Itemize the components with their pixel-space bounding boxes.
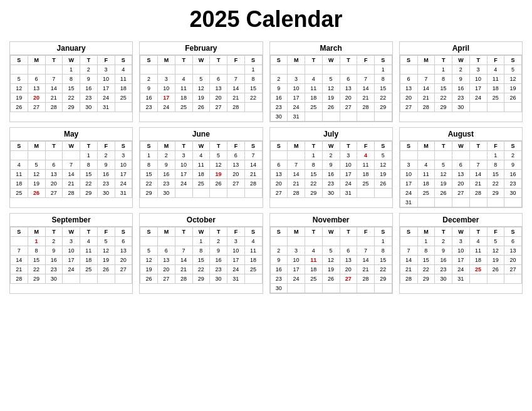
- day-header: W: [452, 56, 470, 65]
- day-cell: 23: [140, 103, 158, 112]
- day-cell: 27: [400, 103, 417, 112]
- day-cell: 29: [375, 274, 392, 284]
- day-cell: 28: [417, 103, 435, 112]
- day-cell: [11, 65, 28, 75]
- day-cell: [28, 151, 45, 160]
- day-cell: [417, 65, 435, 75]
- day-cell: 21: [469, 179, 487, 189]
- day-cell: 7: [400, 246, 417, 256]
- day-cell: [435, 151, 452, 160]
- day-cell: [244, 189, 262, 198]
- day-cell: 25: [305, 103, 323, 112]
- day-cell: [452, 198, 470, 207]
- day-cell: [115, 274, 132, 284]
- day-cell: [11, 237, 28, 246]
- day-cell: [417, 151, 435, 160]
- day-cell: 12: [140, 256, 158, 265]
- day-header: W: [452, 142, 470, 151]
- day-cell: 24: [175, 179, 192, 189]
- day-cell: 22: [140, 179, 158, 189]
- day-header: W: [63, 142, 80, 151]
- day-cell: 4: [357, 151, 375, 160]
- day-cell: 6: [452, 160, 470, 170]
- day-cell: [452, 151, 470, 160]
- day-cell: [340, 112, 357, 122]
- day-cell: [322, 112, 340, 122]
- day-cell: 4: [417, 160, 435, 170]
- day-header: T: [340, 227, 357, 237]
- day-cell: [322, 65, 340, 75]
- day-cell: 12: [192, 84, 210, 93]
- day-cell: 26: [504, 93, 522, 103]
- day-cell: [504, 274, 522, 284]
- day-cell: 15: [192, 256, 210, 265]
- day-cell: [63, 151, 80, 160]
- day-cell: 17: [452, 256, 470, 265]
- day-cell: 23: [322, 179, 340, 189]
- day-header: W: [322, 56, 340, 65]
- day-cell: 21: [244, 170, 262, 179]
- day-header: F: [227, 142, 245, 151]
- day-cell: 10: [115, 160, 132, 170]
- day-cell: 8: [63, 75, 80, 84]
- day-cell: 30: [504, 189, 522, 198]
- day-cell: 18: [244, 256, 262, 265]
- day-cell: 16: [210, 256, 227, 265]
- day-cell: 17: [340, 170, 357, 179]
- day-cell: 2: [45, 237, 63, 246]
- day-cell: 7: [244, 151, 262, 160]
- day-cell: 17: [288, 265, 305, 274]
- day-cell: 8: [244, 75, 262, 84]
- day-cell: 2: [504, 151, 522, 160]
- day-cell: 15: [244, 84, 262, 93]
- day-cell: 21: [227, 93, 245, 103]
- day-cell: 1: [417, 237, 435, 246]
- day-cell: 28: [244, 179, 262, 189]
- day-cell: 20: [452, 179, 470, 189]
- day-cell: 21: [45, 93, 63, 103]
- day-cell: [244, 103, 262, 112]
- day-cell: 20: [45, 179, 63, 189]
- day-cell: 24: [469, 93, 487, 103]
- day-cell: 4: [192, 151, 210, 160]
- day-header: M: [28, 227, 45, 237]
- day-cell: 14: [227, 84, 245, 93]
- day-cell: [45, 65, 63, 75]
- day-header: S: [244, 56, 262, 65]
- day-cell: 18: [11, 179, 28, 189]
- day-header: T: [80, 142, 98, 151]
- day-cell: 24: [227, 265, 245, 274]
- day-cell: 25: [192, 179, 210, 189]
- day-cell: 20: [504, 256, 522, 265]
- day-cell: 13: [504, 246, 522, 256]
- day-cell: [340, 237, 357, 246]
- day-cell: [115, 103, 132, 112]
- day-cell: [400, 65, 417, 75]
- day-cell: 15: [375, 84, 392, 93]
- day-cell: 5: [140, 246, 158, 256]
- day-cell: 3: [288, 246, 305, 256]
- day-cell: 13: [28, 84, 45, 93]
- day-cell: 8: [140, 160, 158, 170]
- day-cell: 2: [158, 151, 175, 160]
- day-cell: [357, 189, 375, 198]
- day-cell: [80, 274, 98, 284]
- day-cell: [435, 198, 452, 207]
- day-header: M: [288, 227, 305, 237]
- day-cell: 23: [270, 103, 288, 112]
- month-title: February: [140, 42, 262, 55]
- month-title: May: [10, 128, 132, 141]
- day-header: F: [227, 56, 245, 65]
- day-cell: 20: [340, 265, 357, 274]
- day-cell: 3: [227, 237, 245, 246]
- day-cell: 15: [80, 170, 98, 179]
- day-cell: 7: [45, 75, 63, 84]
- day-cell: 4: [469, 237, 487, 246]
- day-cell: 3: [63, 237, 80, 246]
- day-cell: 18: [115, 84, 132, 93]
- day-cell: 16: [504, 170, 522, 179]
- day-cell: 9: [80, 75, 98, 84]
- day-cell: 22: [375, 93, 392, 103]
- day-cell: 8: [417, 246, 435, 256]
- day-cell: [417, 198, 435, 207]
